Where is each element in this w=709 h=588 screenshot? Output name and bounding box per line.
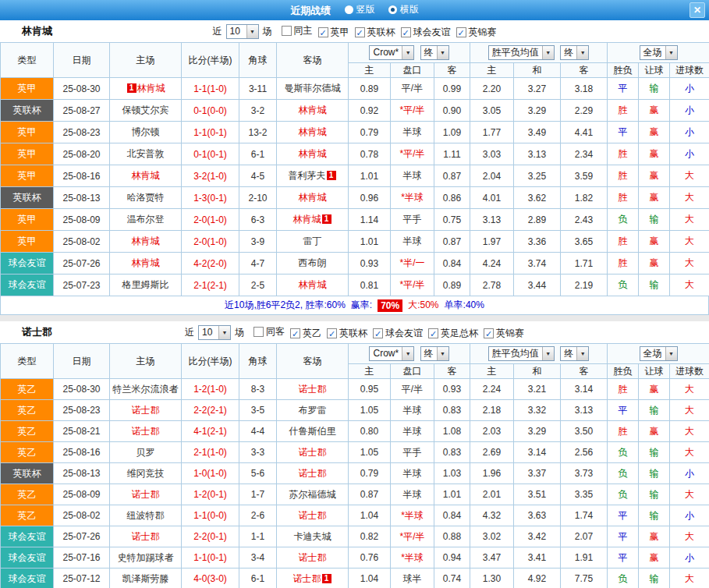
team-link[interactable]: 林肯城 — [299, 192, 327, 203]
team-link[interactable]: 苏尔福德城 — [289, 489, 336, 500]
horizontal-layout-radio[interactable]: 横版 — [388, 3, 419, 16]
team-link[interactable]: 史特加踢球者 — [118, 552, 174, 563]
checkbox-checked-icon[interactable]: ✓ — [456, 27, 466, 37]
team-link[interactable]: 诺士郡 — [132, 489, 160, 500]
team-link[interactable]: 贝罗 — [136, 447, 155, 458]
scope-select[interactable]: 全场▼ — [640, 346, 678, 361]
team-link[interactable]: 凯泽斯劳滕 — [122, 573, 169, 584]
team-link[interactable]: 诺士郡 — [132, 405, 160, 416]
asia-away-odds-cell: 1.08 — [434, 421, 470, 442]
checkbox-checked-icon[interactable]: ✓ — [401, 27, 411, 37]
handicap-cell: 平手 — [391, 442, 434, 463]
matches-tbody: 英甲25-08-301林肯城1-1(1-0)3-11曼斯菲尔德城0.89平/半0… — [1, 78, 709, 296]
team-link[interactable]: 林肯城 — [132, 170, 160, 181]
team-link[interactable]: 诺士郡 — [299, 552, 327, 563]
final-odds-select[interactable]: 终▼ — [420, 346, 449, 361]
match-count-select[interactable]: 10 ▼ — [226, 24, 259, 39]
checkbox-checked-icon[interactable]: ✓ — [373, 328, 383, 338]
euro-away-odds-cell: 3.14 — [561, 379, 608, 400]
league-checkbox-2[interactable]: ✓球会友谊 — [373, 327, 423, 340]
checkbox-checked-icon[interactable]: ✓ — [484, 328, 494, 338]
team-section-1: 林肯城 近 10 ▼ 场 同主✓英甲✓英联杯✓球会友谊✓英锦赛 类型 日 — [0, 20, 709, 315]
euro-draw-odds-cell: 3.41 — [514, 547, 561, 569]
team-link[interactable]: 林肯城 — [299, 279, 327, 290]
team-link[interactable]: 林肯城 — [299, 126, 327, 137]
team-link[interactable]: 格里姆斯比 — [122, 279, 169, 290]
league-checkbox-3[interactable]: ✓英足总杯 — [428, 327, 478, 340]
team-link[interactable]: 西布朗 — [299, 257, 327, 268]
team-link[interactable]: 纽波特郡 — [127, 510, 165, 521]
checkbox-checked-icon[interactable]: ✓ — [355, 27, 365, 37]
final-odds-select[interactable]: 终▼ — [420, 45, 449, 60]
result-cell: 负 — [608, 484, 639, 505]
final-odds-select[interactable]: 终▼ — [560, 45, 589, 60]
team-link[interactable]: 诺士郡 — [299, 468, 327, 479]
corner-cell: 13-2 — [239, 122, 277, 143]
checkbox-unchecked-icon[interactable] — [253, 327, 264, 337]
team-link[interactable]: 诺士郡 — [293, 573, 321, 584]
team-link[interactable]: 普利茅夫 — [289, 170, 326, 181]
home-team-cell: 林肯城 — [110, 253, 182, 275]
league-checkbox-1[interactable]: ✓英联杯 — [327, 327, 367, 340]
checkbox-unchecked-icon[interactable] — [282, 26, 292, 36]
score-cell: 4-1(2-1) — [182, 421, 239, 442]
odds-average-select[interactable]: 胜平负均值▼ — [488, 346, 555, 361]
handicap-cell: 球半 — [391, 569, 434, 588]
away-team-cell: 林肯城 — [277, 122, 349, 143]
league-checkbox-0[interactable]: ✓英甲 — [318, 26, 349, 39]
team-link[interactable]: 雷丁 — [303, 236, 322, 246]
team-link[interactable]: 林肯城 — [132, 257, 160, 268]
team-link[interactable]: 诺士郡 — [132, 531, 160, 542]
euro-away-odds-cell: 4.41 — [561, 122, 608, 143]
team-link[interactable]: 林肯城 — [137, 83, 165, 94]
team-link[interactable]: 维冈竞技 — [127, 468, 165, 479]
away-team-cell: 普利茅夫1 — [277, 165, 349, 187]
team-link[interactable]: 卡迪夫城 — [294, 531, 331, 542]
close-button[interactable]: ✕ — [690, 2, 705, 18]
league-checkbox-3[interactable]: ✓英锦赛 — [456, 26, 497, 39]
checkbox-checked-icon[interactable]: ✓ — [428, 328, 438, 338]
team-link[interactable]: 保顿艾尔宾 — [122, 104, 169, 115]
league-checkbox-0[interactable]: ✓英乙 — [290, 327, 321, 340]
same-venue-checkbox[interactable]: 同主 — [282, 24, 313, 37]
team-link[interactable]: 诺士郡 — [299, 447, 327, 458]
final-odds-select[interactable]: 终▼ — [560, 346, 589, 361]
team-link[interactable]: 诺士郡 — [299, 384, 327, 395]
odds-average-select[interactable]: 胜平负均值▼ — [488, 45, 555, 60]
league-checkbox-2[interactable]: ✓球会友谊 — [401, 26, 451, 39]
team-link[interactable]: 林肯城 — [299, 148, 327, 159]
asia-home-odds-cell: 1.05 — [349, 400, 391, 421]
team-link[interactable]: 北安普敦 — [127, 148, 165, 159]
checkbox-checked-icon[interactable]: ✓ — [327, 328, 337, 338]
match-date-cell: 25-08-09 — [54, 209, 110, 231]
team-link[interactable]: 曼斯菲尔德城 — [285, 83, 341, 94]
asia-away-odds-cell: 0.89 — [434, 275, 470, 296]
league-type-cell: 英甲 — [1, 231, 54, 253]
chevron-down-icon: ▼ — [437, 46, 448, 59]
league-checkbox-1[interactable]: ✓英联杯 — [355, 26, 395, 39]
euro-home-odds-cell: 3.13 — [470, 209, 514, 231]
scope-select[interactable]: 全场▼ — [640, 45, 678, 60]
match-date-cell: 25-08-20 — [54, 143, 110, 165]
same-venue-checkbox[interactable]: 同客 — [253, 325, 285, 338]
team-link[interactable]: 林肯城 — [132, 236, 160, 246]
team-link[interactable]: 林肯城 — [299, 104, 327, 115]
team-link[interactable]: 博尔顿 — [132, 126, 160, 137]
vertical-layout-radio[interactable]: 竖版 — [345, 3, 375, 16]
result-cell: 负 — [608, 569, 639, 588]
team-link[interactable]: 哈洛贾特 — [127, 192, 165, 203]
bookmaker-select[interactable]: Crow*▼ — [369, 45, 414, 60]
checkbox-checked-icon[interactable]: ✓ — [290, 328, 300, 338]
team-link[interactable]: 林肯城 — [293, 214, 321, 225]
bookmaker-select[interactable]: Crow*▼ — [369, 346, 414, 361]
match-row: 球会友谊25-07-12凯泽斯劳滕4-0(3-0)6-1诺士郡11.04球半0.… — [1, 569, 709, 588]
team-link[interactable]: 特兰米尔流浪者 — [113, 384, 179, 395]
league-checkbox-4[interactable]: ✓英锦赛 — [484, 327, 524, 340]
match-count-select[interactable]: 10 ▼ — [198, 325, 231, 340]
team-link[interactable]: 温布尔登 — [127, 214, 165, 225]
team-link[interactable]: 诺士郡 — [299, 510, 327, 521]
checkbox-checked-icon[interactable]: ✓ — [318, 27, 328, 37]
team-link[interactable]: 什鲁斯伯里 — [289, 426, 336, 437]
team-link[interactable]: 布罗雷 — [299, 405, 327, 416]
team-link[interactable]: 诺士郡 — [132, 426, 160, 437]
